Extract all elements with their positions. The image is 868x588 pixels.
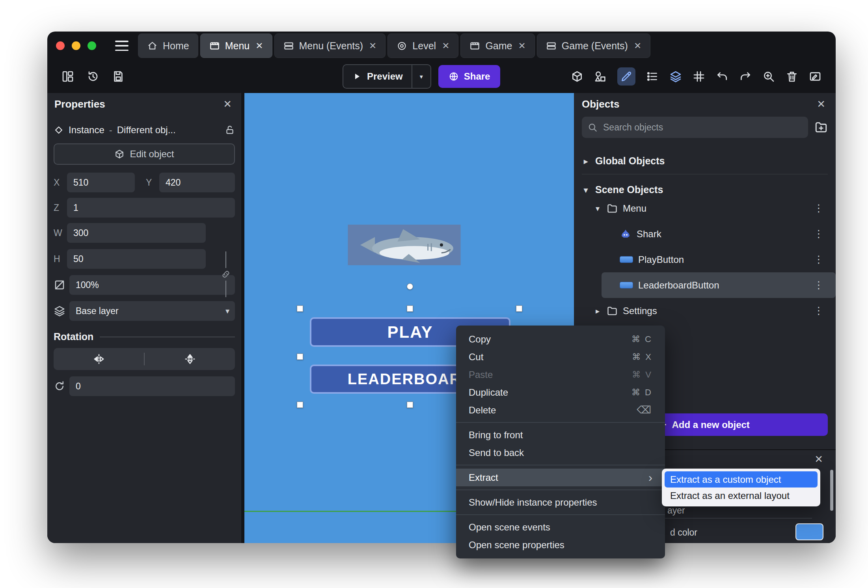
tab-game-events[interactable]: Game (Events) ✕ <box>537 33 650 58</box>
rotate-icon <box>54 380 65 392</box>
search-input[interactable] <box>602 122 803 133</box>
menu-item-open-scene-events[interactable]: Open scene events <box>456 518 665 536</box>
selection-handle[interactable] <box>297 402 303 408</box>
close-icon[interactable]: ✕ <box>442 41 449 51</box>
menu-item-copy[interactable]: Copy ⌘ C <box>456 330 665 348</box>
background-color-swatch[interactable] <box>795 523 823 540</box>
tab-menu-events[interactable]: Menu (Events) ✕ <box>274 33 386 58</box>
close-icon[interactable]: ✕ <box>634 41 641 51</box>
edit-scene-icon[interactable] <box>809 70 821 83</box>
objects-shapes-icon[interactable] <box>594 70 607 83</box>
tab-bar: Home Menu ✕ Menu (Events) ✕ Level ✕ <box>47 32 836 60</box>
redo-icon[interactable] <box>739 70 752 83</box>
close-icon[interactable]: ✕ <box>369 41 376 51</box>
undo-icon[interactable] <box>716 70 728 83</box>
kebab-menu-icon[interactable]: ⋮ <box>810 228 828 240</box>
width-input[interactable] <box>67 223 206 243</box>
window-zoom-button[interactable] <box>88 41 96 50</box>
object-row-playbutton[interactable]: PlayButton ⋮ <box>582 247 828 272</box>
height-input[interactable] <box>67 249 206 269</box>
cube-3d-icon[interactable] <box>571 70 583 83</box>
folder-icon <box>607 203 618 214</box>
selection-handle[interactable] <box>297 354 303 360</box>
menu-item-duplicate[interactable]: Duplicate ⌘ D <box>456 383 665 401</box>
layers-icon[interactable] <box>669 70 682 83</box>
object-label: PlayButton <box>638 254 684 265</box>
object-row-shark[interactable]: Shark ⋮ <box>582 221 828 247</box>
tab-game[interactable]: Game ✕ <box>460 33 535 58</box>
close-icon[interactable]: ✕ <box>255 41 263 51</box>
menu-item-delete[interactable]: Delete ⌫ <box>456 401 665 419</box>
submenu-item-extract-external-layout[interactable]: Extract as an external layout <box>665 488 818 504</box>
menu-item-paste[interactable]: Paste ⌘ V <box>456 366 665 383</box>
selection-handle[interactable] <box>407 402 413 408</box>
share-button[interactable]: Share <box>438 65 501 88</box>
close-icon[interactable]: ✕ <box>518 41 526 51</box>
close-icon[interactable]: ✕ <box>812 453 825 465</box>
tab-menu[interactable]: Menu ✕ <box>200 33 272 58</box>
kebab-menu-icon[interactable]: ⋮ <box>810 202 828 214</box>
search-objects-box[interactable] <box>582 117 808 138</box>
layer-select[interactable]: ▾ <box>69 301 235 321</box>
menu-item-send-to-back[interactable]: Send to back <box>456 444 665 461</box>
window-minimize-button[interactable] <box>72 41 80 50</box>
level-icon <box>397 41 407 51</box>
shark-sprite[interactable] <box>348 225 461 265</box>
lock-open-icon[interactable] <box>225 125 235 135</box>
tab-label: Level <box>412 40 436 52</box>
close-icon[interactable]: ✕ <box>221 98 234 110</box>
x-input[interactable] <box>67 173 135 192</box>
window-close-button[interactable] <box>56 41 65 50</box>
folder-row-menu[interactable]: ▾ Menu ⋮ <box>582 195 828 221</box>
flip-horizontal-button[interactable] <box>54 348 144 370</box>
grid-icon[interactable] <box>693 70 705 83</box>
tab-level[interactable]: Level ✕ <box>387 33 458 58</box>
instances-list-icon[interactable] <box>646 70 659 83</box>
global-objects-section[interactable]: ▸ Global Objects <box>582 155 828 175</box>
scrollbar[interactable] <box>830 470 833 511</box>
hamburger-menu-icon[interactable] <box>115 41 129 51</box>
preview-label: Preview <box>367 71 403 82</box>
menu-item-extract[interactable]: Extract › <box>456 469 665 486</box>
y-input[interactable] <box>159 173 235 192</box>
wh-link-bracket[interactable] <box>219 251 233 297</box>
close-icon[interactable]: ✕ <box>814 98 828 110</box>
instance-type: Instance <box>69 125 104 136</box>
edit-mode-pencil-icon[interactable] <box>617 67 635 86</box>
flip-vertical-button[interactable] <box>145 348 235 370</box>
object-row-leaderboardbutton[interactable]: LeaderboardButton ⋮ <box>602 272 836 298</box>
tab-home[interactable]: Home <box>138 33 198 58</box>
folder-row-settings[interactable]: ▸ Settings ⋮ <box>582 298 828 324</box>
menu-item-show-hide-instance-properties[interactable]: Show/Hide instance properties <box>456 493 665 511</box>
chevron-down-icon: ▾ <box>420 73 423 80</box>
rotation-input[interactable] <box>69 376 235 396</box>
save-icon[interactable] <box>112 70 125 83</box>
submenu-item-extract-custom-object[interactable]: Extract as a custom object <box>665 471 818 488</box>
preview-options-dropdown[interactable]: ▾ <box>412 65 430 88</box>
opacity-input[interactable] <box>69 275 235 295</box>
tab-label: Home <box>163 40 189 52</box>
kebab-menu-icon[interactable]: ⋮ <box>810 305 828 317</box>
preview-button[interactable]: Preview <box>343 65 412 88</box>
menu-item-open-scene-properties[interactable]: Open scene properties <box>456 536 665 554</box>
add-folder-icon[interactable] <box>814 121 828 134</box>
scene-objects-section[interactable]: ▾ Scene Objects <box>582 184 828 195</box>
extract-submenu: Extract as a custom object Extract as an… <box>662 469 820 506</box>
rotation-handle[interactable] <box>407 283 413 290</box>
trash-icon[interactable] <box>786 70 798 83</box>
home-icon <box>147 41 158 51</box>
menu-divider <box>456 489 665 490</box>
selection-handle[interactable] <box>407 305 413 312</box>
menu-item-cut[interactable]: Cut ⌘ X <box>456 348 665 366</box>
kebab-menu-icon[interactable]: ⋮ <box>810 279 836 291</box>
context-menu: Copy ⌘ C Cut ⌘ X Paste ⌘ V Duplicate ⌘ D… <box>456 326 665 558</box>
menu-item-bring-to-front[interactable]: Bring to front <box>456 426 665 444</box>
selection-handle[interactable] <box>297 305 303 312</box>
kebab-menu-icon[interactable]: ⋮ <box>810 253 828 266</box>
history-icon[interactable] <box>87 70 99 83</box>
z-input[interactable] <box>67 198 235 218</box>
zoom-icon[interactable] <box>762 70 775 83</box>
edit-object-button[interactable]: Edit object <box>54 143 235 165</box>
selection-handle[interactable] <box>516 305 522 312</box>
panels-layout-icon[interactable] <box>61 70 74 83</box>
